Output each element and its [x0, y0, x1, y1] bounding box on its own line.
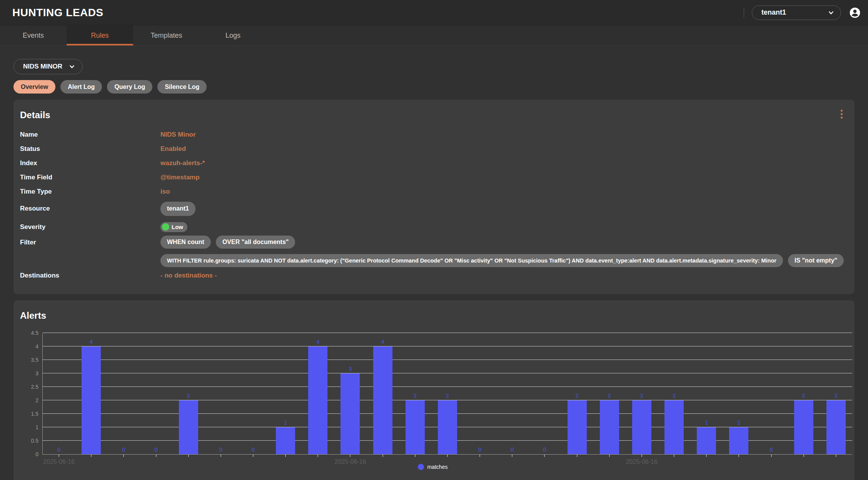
- chart-slot: 2: [658, 333, 690, 454]
- chart-bar: [697, 427, 716, 454]
- tab-events[interactable]: Events: [0, 25, 67, 45]
- x-axis-tick: [123, 454, 124, 457]
- app-title: HUNTING LEADS: [12, 7, 744, 19]
- chart-slot: 2: [593, 333, 626, 454]
- chart-slot: 1: [723, 333, 755, 454]
- bar-value-label: 4: [367, 339, 399, 345]
- details-row-filter: Filter WHEN count OVER "all documents" W…: [20, 236, 845, 267]
- x-axis-tick: [350, 454, 351, 457]
- tab-rules[interactable]: Rules: [67, 25, 133, 45]
- tenant-selector-label: tenant1: [761, 8, 786, 17]
- alerts-chart: 00.511.522.533.544.502025-06-16400200143…: [20, 333, 845, 470]
- y-axis-label: 4.5: [31, 330, 38, 336]
- chart-slot: 4: [75, 333, 107, 454]
- chart-slots: 02025-06-164002001432025-06-164220002222…: [43, 333, 852, 454]
- x-axis-tick: [188, 454, 189, 457]
- destinations-value: - no destinations -: [160, 272, 845, 279]
- bar-value-label: 0: [205, 447, 237, 453]
- x-axis-tick: [641, 454, 642, 457]
- details-card: Details Name NIDS Minor Status Enabled I…: [13, 100, 855, 294]
- subtab-alert-log[interactable]: Alert Log: [60, 80, 102, 94]
- chart-bar: [632, 400, 651, 454]
- bar-value-label: 2: [561, 393, 593, 399]
- x-axis-tick: [91, 454, 92, 457]
- tab-templates[interactable]: Templates: [133, 25, 200, 45]
- bar-value-label: 0: [496, 447, 528, 453]
- bar-value-label: 2: [172, 393, 205, 399]
- rule-selector-dropdown[interactable]: NIDS MINOR: [13, 59, 83, 74]
- chart-slot: 0: [528, 333, 561, 454]
- bar-value-label: 0: [755, 447, 787, 453]
- y-axis-label: 0.5: [31, 438, 38, 444]
- details-row-severity: Severity Low: [20, 219, 845, 236]
- chart-slot: 0: [496, 333, 528, 454]
- x-axis-tick: [544, 454, 545, 457]
- bar-value-label: 4: [302, 339, 334, 345]
- x-axis-date-label: 2025-06-16: [626, 458, 658, 465]
- x-axis-tick: [609, 454, 610, 457]
- details-row-resource: Resource tenant1: [20, 199, 845, 219]
- main-tabbar: Events Rules Templates Logs: [0, 25, 868, 46]
- chart-slot: 0: [205, 333, 237, 454]
- x-axis-date-label: 2025-06-16: [335, 458, 366, 465]
- x-axis-tick: [674, 454, 674, 457]
- legend-matches-label: matches: [427, 464, 448, 470]
- chevron-down-icon: [68, 63, 75, 70]
- details-row-index: Index wazuh-alerts-*: [20, 156, 845, 170]
- resource-chip: tenant1: [160, 202, 195, 216]
- subtab-query-log[interactable]: Query Log: [107, 80, 152, 94]
- chart-bar: [826, 400, 846, 454]
- chart-slot: 2: [788, 333, 820, 454]
- details-row-destinations: Destinations - no destinations -: [20, 267, 845, 284]
- gridline: [43, 333, 852, 333]
- rule-subtabs: Overview Alert Log Query Log Silence Log: [13, 80, 855, 94]
- details-rows: Name NIDS Minor Status Enabled Index waz…: [20, 127, 845, 284]
- bar-value-label: 1: [723, 420, 755, 426]
- bar-value-label: 0: [528, 447, 561, 453]
- chart-slot: 2: [172, 333, 205, 454]
- chart-bar: [276, 427, 295, 454]
- x-axis-tick: [706, 454, 707, 457]
- chart-slot: 1: [690, 333, 723, 454]
- chart-slot: 0: [107, 333, 140, 454]
- x-axis-tick: [382, 454, 383, 457]
- chart-legend[interactable]: matches: [20, 464, 845, 470]
- filter-chip-over: OVER "all documents": [216, 236, 295, 249]
- chart-bar: [729, 427, 748, 454]
- y-axis-label: 1.5: [31, 411, 38, 417]
- chart-slot: 1: [269, 333, 302, 454]
- y-axis-label: 2.5: [31, 384, 38, 390]
- subtab-silence-log[interactable]: Silence Log: [157, 80, 207, 94]
- chart-bar: [341, 373, 360, 454]
- chart-bar: [600, 400, 619, 454]
- bar-value-label: 2: [658, 393, 690, 399]
- chart-slot: 22025-06-16: [626, 333, 658, 454]
- time-field-value: @timestamp: [160, 174, 845, 181]
- chart-bar: [82, 346, 101, 454]
- filter-chip-is: IS "not empty": [788, 254, 844, 267]
- chart-bar: [438, 400, 457, 454]
- account-icon[interactable]: [849, 7, 861, 19]
- y-axis-label: 3.5: [31, 357, 38, 363]
- chart-bar: [406, 400, 425, 454]
- x-axis-tick: [836, 454, 836, 457]
- bar-value-label: 4: [75, 339, 107, 345]
- bar-value-label: 2: [593, 393, 626, 399]
- chart-slot: 0: [140, 333, 172, 454]
- chart-slot: 0: [755, 333, 787, 454]
- name-value: NIDS Minor: [160, 131, 845, 139]
- details-card-title: Details: [20, 110, 845, 120]
- x-axis-tick: [577, 454, 578, 457]
- subtab-overview[interactable]: Overview: [13, 80, 55, 94]
- page-content: NIDS MINOR Overview Alert Log Query Log …: [0, 46, 868, 480]
- kebab-menu-icon[interactable]: [838, 110, 845, 119]
- x-axis-date-label: 2025-06-16: [43, 458, 75, 465]
- y-axis-label: 0: [35, 451, 38, 457]
- filter-chip-with-filter: WITH FILTER rule.groups: suricata AND NO…: [160, 254, 783, 267]
- bar-value-label: 2: [626, 393, 658, 399]
- tenant-selector[interactable]: tenant1: [752, 5, 841, 20]
- chart-bar: [568, 400, 587, 454]
- x-axis-tick: [771, 454, 772, 457]
- tab-logs[interactable]: Logs: [200, 25, 266, 45]
- chart-bar: [794, 400, 813, 454]
